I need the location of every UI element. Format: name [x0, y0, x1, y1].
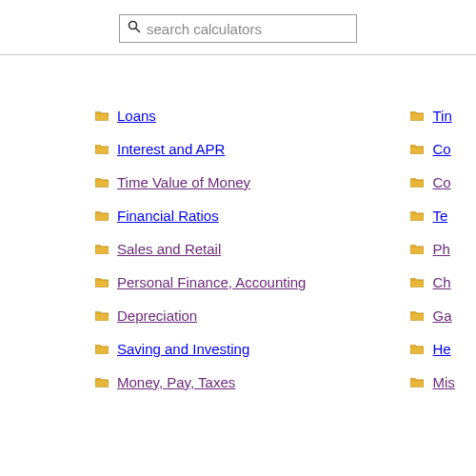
category-item: Depreciation: [95, 307, 306, 324]
category-item: Time Value of Money: [95, 174, 306, 190]
category-item: Ph: [410, 241, 454, 257]
category-item: Financial Ratios: [95, 208, 306, 224]
folder-icon: [95, 244, 109, 254]
category-link[interactable]: Depreciation: [117, 307, 197, 324]
folder-icon: [95, 177, 109, 188]
folder-icon: [95, 110, 109, 121]
folder-icon: [410, 110, 424, 121]
search-icon: [128, 20, 141, 37]
category-link[interactable]: Sales and Retail: [117, 241, 221, 257]
folder-icon: [410, 244, 424, 254]
category-link[interactable]: Interest and APR: [117, 141, 225, 157]
search-bar: [0, 0, 476, 55]
category-item: He: [410, 341, 454, 357]
category-item: Personal Finance, Accounting: [95, 274, 306, 290]
category-item: Sales and Retail: [95, 241, 306, 257]
svg-line-1: [136, 29, 140, 32]
category-link[interactable]: He: [432, 341, 450, 357]
folder-icon: [95, 310, 109, 321]
category-link[interactable]: Co: [432, 141, 450, 157]
category-item: Ga: [410, 307, 454, 324]
folder-icon: [410, 344, 424, 354]
category-link[interactable]: Time Value of Money: [117, 174, 250, 190]
search-box[interactable]: [119, 14, 357, 43]
folder-icon: [410, 377, 424, 387]
category-link[interactable]: Saving and Investing: [117, 341, 249, 357]
folder-icon: [410, 277, 424, 288]
category-item: Co: [410, 174, 454, 190]
category-item: Saving and Investing: [95, 341, 306, 357]
category-item: Co: [410, 141, 454, 157]
category-link[interactable]: Loans: [117, 108, 156, 124]
category-list: LoansInterest and APRTime Value of Money…: [0, 55, 476, 390]
category-item: Te: [410, 208, 454, 224]
folder-icon: [95, 377, 109, 387]
category-item: Mis: [410, 374, 454, 390]
category-item: Interest and APR: [95, 141, 306, 157]
category-link[interactable]: Ch: [432, 274, 450, 290]
folder-icon: [95, 277, 109, 288]
category-link[interactable]: Personal Finance, Accounting: [117, 274, 306, 290]
folder-icon: [95, 144, 109, 154]
folder-icon: [410, 144, 424, 154]
category-item: Ch: [410, 274, 454, 290]
folder-icon: [410, 310, 424, 321]
category-item: Money, Pay, Taxes: [95, 374, 306, 390]
category-item: Tin: [410, 108, 454, 124]
category-link[interactable]: Co: [432, 174, 450, 190]
category-column-left: LoansInterest and APRTime Value of Money…: [95, 108, 306, 390]
folder-icon: [410, 210, 424, 221]
category-link[interactable]: Te: [432, 208, 447, 224]
category-column-right: TinCoCoTePhChGaHeMis: [410, 108, 454, 390]
folder-icon: [410, 177, 424, 188]
folder-icon: [95, 344, 109, 354]
folder-icon: [95, 210, 109, 221]
category-link[interactable]: Money, Pay, Taxes: [117, 374, 235, 390]
category-link[interactable]: Mis: [432, 374, 454, 390]
category-link[interactable]: Ph: [432, 241, 449, 257]
category-link[interactable]: Financial Ratios: [117, 208, 219, 224]
category-item: Loans: [95, 108, 306, 124]
category-link[interactable]: Tin: [432, 108, 451, 124]
category-link[interactable]: Ga: [432, 307, 451, 324]
search-input[interactable]: [147, 21, 348, 37]
